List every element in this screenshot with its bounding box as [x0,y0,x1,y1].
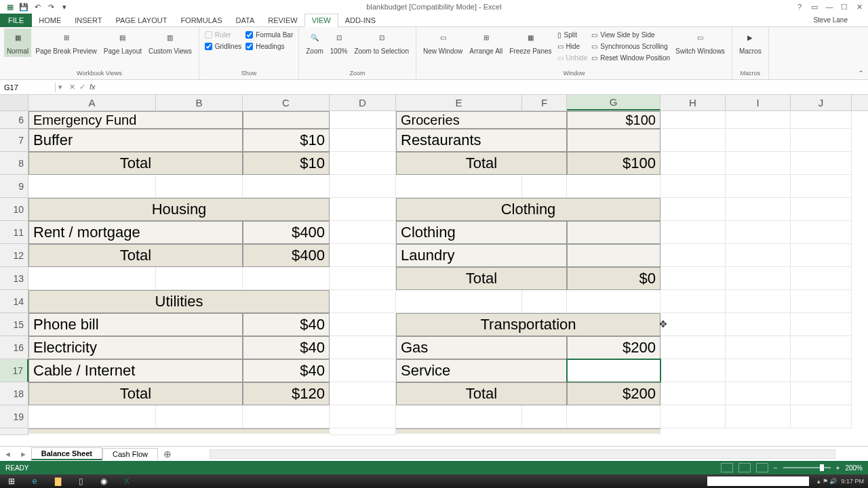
cell[interactable] [726,313,791,336]
cell[interactable]: Electricity [28,336,243,359]
cell[interactable] [791,405,852,428]
row-header[interactable]: 13 [0,267,28,290]
enter-formula-icon[interactable]: ✓ [79,83,85,92]
cell[interactable] [567,244,660,267]
cell[interactable] [28,428,330,434]
cell[interactable] [396,428,660,434]
row-header[interactable]: 8 [0,152,28,175]
tab-insert[interactable]: INSERT [68,14,108,27]
cell[interactable] [726,129,791,152]
row-header[interactable]: 16 [0,336,28,359]
cell[interactable]: $40 [243,359,330,382]
cell[interactable]: $10 [243,129,330,152]
horizontal-scrollbar[interactable] [210,449,835,459]
cell[interactable]: Total [396,267,567,290]
cell[interactable]: $100 [567,152,660,175]
col-header-h[interactable]: H [660,95,726,110]
col-header-e[interactable]: E [396,95,522,110]
cell[interactable]: Transportation [396,313,660,336]
cell[interactable] [567,175,660,198]
cell[interactable] [330,405,396,428]
cell[interactable]: $400 [243,244,330,267]
cell[interactable] [567,129,660,152]
cell[interactable] [726,111,791,129]
help-icon[interactable]: ? [793,1,806,12]
col-header-i[interactable]: I [726,95,791,110]
zoom-level[interactable]: 200% [845,464,863,472]
cell[interactable]: Groceries [396,111,567,129]
gridlines-checkbox[interactable]: Gridlines [205,43,241,50]
formula-bar-checkbox[interactable]: Formula Bar [245,31,293,39]
explorer-icon[interactable]: ▇ [46,474,69,488]
cell[interactable] [791,175,852,198]
col-header-j[interactable]: J [791,95,852,110]
cell[interactable] [330,290,396,313]
cell[interactable] [791,267,852,290]
cell[interactable] [243,267,330,290]
cell[interactable]: Laundry [396,244,567,267]
row-header[interactable]: 10 [0,198,28,221]
cell[interactable] [660,267,726,290]
excel-taskbar-icon[interactable]: X [115,474,138,488]
cell[interactable]: Clothing [396,198,660,221]
col-header-f[interactable]: F [522,95,567,110]
cell[interactable] [243,175,330,198]
cell[interactable] [330,175,396,198]
arrange-all-button[interactable]: ⊞Arrange All [467,28,505,57]
row-header[interactable]: 19 [0,405,28,428]
cell[interactable]: Clothing [396,221,567,244]
custom-views-button[interactable]: ▥Custom Views [146,28,195,57]
cell[interactable] [660,175,726,198]
maximize-button[interactable]: ☐ [838,1,850,12]
tab-data[interactable]: DATA [229,14,262,27]
zoom-out-button[interactable]: − [774,464,778,472]
cell[interactable] [726,405,791,428]
cell[interactable] [522,290,567,313]
file-tab[interactable]: FILE [0,14,32,27]
cell[interactable] [660,359,726,382]
cell[interactable] [660,336,726,359]
zoom-slider[interactable] [783,467,831,468]
notepad-icon[interactable]: ▯ [69,474,92,488]
undo-icon[interactable]: ↶ [33,2,42,12]
col-header-a[interactable]: A [28,95,156,110]
zoom-button[interactable]: 🔍Zoom [303,28,326,57]
cell[interactable] [330,359,396,382]
cell[interactable] [660,382,726,405]
cell[interactable]: Service [396,359,567,382]
cell[interactable] [726,267,791,290]
ie-icon[interactable]: e [23,474,46,488]
sheet-nav-prev-icon[interactable]: ◄ [0,450,16,458]
tab-formulas[interactable]: FORMULAS [174,14,229,27]
cell[interactable]: $0 [567,267,660,290]
redo-icon[interactable]: ↷ [46,2,56,12]
cell[interactable] [726,244,791,267]
zoom-100-button[interactable]: ⊡100% [328,28,351,57]
cell[interactable] [28,175,156,198]
select-all-button[interactable] [0,95,28,110]
cell[interactable] [330,428,396,435]
row-header[interactable]: 12 [0,244,28,267]
cell[interactable] [243,111,330,129]
cell[interactable]: Gas [396,336,567,359]
cell[interactable]: Cable / Internet [28,359,243,382]
cell[interactable] [330,382,396,405]
col-header-d[interactable]: D [330,95,396,110]
address-input[interactable] [707,476,809,486]
cell[interactable] [726,359,791,382]
cell[interactable] [660,244,726,267]
tray-icons[interactable]: ▴ ⚑ 🔊 [817,478,837,485]
ribbon-options-icon[interactable]: ▭ [808,1,821,12]
cell[interactable]: Restaurants [396,129,567,152]
row-header[interactable]: 6 [0,111,28,129]
cell[interactable] [660,290,726,313]
zoom-selection-button[interactable]: ⊡Zoom to Selection [351,28,412,57]
cell[interactable] [156,405,243,428]
cell[interactable] [791,152,852,175]
cell[interactable]: Buffer [28,129,243,152]
cell[interactable] [330,313,396,336]
hide-button[interactable]: ▭ Hide [557,43,588,50]
tab-addins[interactable]: ADD-INS [338,14,382,27]
cell-selected[interactable] [567,359,660,382]
col-header-g[interactable]: G [567,95,660,110]
